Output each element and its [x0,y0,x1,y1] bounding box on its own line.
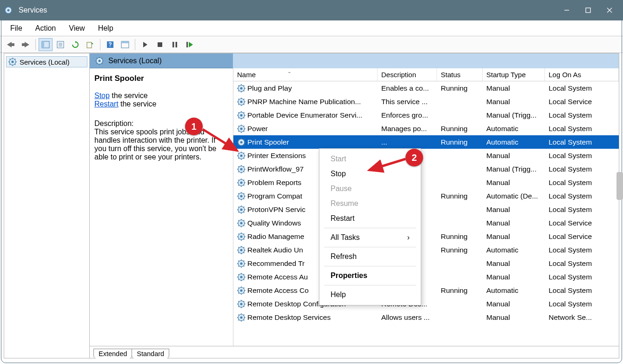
table-row[interactable]: Remote Access Codi...RunningAutomaticLoc… [233,284,619,297]
col-status[interactable]: Status [437,68,483,81]
close-button[interactable] [599,0,620,20]
restart-link[interactable]: Restart [94,100,119,108]
svg-rect-32 [176,42,178,47]
client-area: Services (Local) Services (Local) Print … [4,53,619,358]
refresh-toolbar-button[interactable] [68,38,82,51]
minimize-button[interactable] [556,0,577,20]
forward-button[interactable] [19,38,33,51]
table-row[interactable]: Printer Extensions...ManualLocal System [233,149,619,162]
table-row[interactable]: Recommended Trut...ManualLocal System [233,257,619,270]
pane-title: Services (Local) [108,57,162,65]
col-logon[interactable]: Log On As [545,68,619,81]
svg-rect-11 [586,8,590,13]
table-row[interactable]: PowerManages po...RunningAutomaticLocal … [233,122,619,135]
table-row[interactable]: Remote Desktop ConfigurationRemote Des..… [233,297,619,311]
pane-header-inactive [233,53,619,68]
svg-marker-24 [92,42,93,44]
col-description[interactable]: Description [378,68,437,81]
gear-icon [237,232,245,241]
col-startup[interactable]: Startup Type [483,68,545,81]
table-row[interactable]: Portable Device Enumerator Servi...Enfor… [233,108,619,122]
selected-service-name: Print Spooler [94,74,228,83]
console-toolbar-button[interactable] [118,38,132,51]
tree-root-label: Services (Local) [20,58,70,66]
table-row[interactable]: PNRP Machine Name Publication...This ser… [233,95,619,108]
gear-icon [237,98,245,106]
ctx-refresh[interactable]: Refresh [319,249,421,264]
annotation-arrow-1 [201,126,243,155]
col-name[interactable]: Nameˆ [233,68,378,81]
svg-marker-29 [143,42,147,47]
table-row[interactable]: Problem Reportse ...ManualLocal System [233,176,619,189]
gear-icon [237,273,245,281]
svg-rect-17 [42,41,44,48]
table-row[interactable]: Program Compate ...RunningAutomatic (De.… [233,189,619,203]
toolbar-separator [100,39,100,50]
stop-service-button[interactable] [153,38,167,51]
start-service-button[interactable] [138,38,152,51]
table-row[interactable]: Radio Manageme...RunningManualLocal Serv… [233,230,619,243]
titlebar: Services [0,0,623,20]
svg-marker-14 [7,42,14,47]
app-icon [3,5,14,16]
gear-icon [237,84,245,93]
table-row[interactable]: Print Spooler...RunningAutomaticLocal Sy… [233,135,619,149]
description-pane: Print Spooler Stop the service Restart t… [90,68,233,358]
annotation-badge-2: 2 [405,149,423,166]
tree-pane: Services (Local) [4,53,90,358]
window-title: Services [19,6,556,14]
properties-toolbar-button[interactable] [53,38,67,51]
scrollbar-thumb[interactable] [616,172,623,200]
back-button[interactable] [4,38,18,51]
ctx-resume: Resume [319,196,421,211]
table-row[interactable]: Quality Windowsi...ManualLocal Service [233,216,619,230]
pane-header: Services (Local) [90,53,619,68]
gear-icon [237,111,245,119]
gear-icon [237,259,245,268]
view-tabs: Extended Standard [90,346,619,358]
gear-icon [237,165,245,173]
show-hide-tree-button[interactable] [39,38,53,51]
gear-icon [237,205,245,214]
stop-link[interactable]: Stop [94,92,110,99]
table-row[interactable]: Remote Desktop ServicesAllows users ...M… [233,311,619,324]
table-row[interactable]: Remote Access Auco...ManualLocal System [233,270,619,284]
gear-icon [237,219,245,227]
svg-marker-34 [189,42,193,47]
menu-view[interactable]: View [62,22,91,34]
table-row[interactable]: Realtek Audio Undi...RunningAutomaticLoc… [233,243,619,257]
table-row[interactable]: ProtonVPN ServicManualLocal System [233,203,619,216]
svg-rect-30 [158,42,162,47]
svg-rect-23 [87,42,92,48]
maximize-button[interactable] [577,0,599,20]
gear-icon [237,192,245,200]
svg-line-38 [369,159,405,170]
svg-text:?: ? [108,41,112,48]
help-toolbar-button[interactable]: ? [103,38,117,51]
menu-file[interactable]: File [4,22,29,34]
menu-action[interactable]: Action [29,22,62,34]
ctx-help[interactable]: Help [319,287,421,302]
ctx-properties[interactable]: Properties [319,268,421,283]
gear-icon [8,58,17,66]
restart-service-button[interactable] [183,38,197,51]
annotation-badge-1: 1 [185,118,203,135]
table-row[interactable]: PrintWorkflow_97Manual (Trigg...Local Sy… [233,162,619,176]
ctx-all-tasks[interactable]: All Tasks› [319,230,421,245]
pause-service-button[interactable] [168,38,182,51]
table-row[interactable]: Plug and PlayEnables a co...RunningManua… [233,81,619,95]
tab-extended[interactable]: Extended [93,349,132,358]
svg-rect-31 [172,42,174,47]
list-header: Nameˆ Description Status Startup Type Lo… [233,68,619,81]
gear-icon [237,300,245,308]
service-list: Nameˆ Description Status Startup Type Lo… [233,68,619,358]
menu-help[interactable]: Help [92,22,120,34]
svg-rect-28 [121,41,129,43]
export-list-button[interactable] [83,38,97,51]
gear-icon [95,57,104,65]
menubar: File Action View Help [0,20,623,36]
tab-standard[interactable]: Standard [132,349,169,358]
tree-root-item[interactable]: Services (Local) [6,56,87,67]
toolbar-separator [35,39,36,50]
ctx-restart[interactable]: Restart [319,211,421,226]
